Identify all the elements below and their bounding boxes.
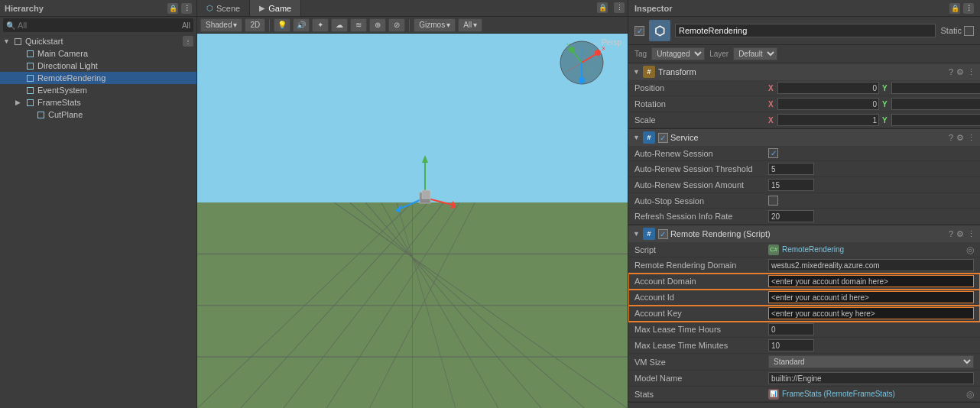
- rot-y-label: Y: [882, 100, 890, 108]
- stats-circle-icon[interactable]: ◎: [966, 389, 974, 400]
- gameobject-header: ⬡ Static: [628, 17, 980, 45]
- service-help-icon[interactable]: ?: [949, 133, 953, 142]
- transform-actions: ? ⚙ ⋮: [949, 67, 975, 77]
- rr-enable-checkbox[interactable]: [658, 229, 668, 239]
- model-name-input[interactable]: [768, 372, 974, 384]
- sound-icon-btn[interactable]: 🔊: [293, 18, 310, 32]
- hierarchy-item-directional-light[interactable]: ▶ Directional Light: [0, 60, 196, 72]
- remote-rendering-component: ▼ # Remote Rendering (Script) ? ⚙ ⋮ Scri…: [628, 225, 980, 403]
- transform-gizmo-svg: [394, 152, 456, 228]
- vm-size-select[interactable]: Standard Premium: [768, 355, 974, 368]
- auto-renew-threshold-input[interactable]: [768, 163, 814, 175]
- rr-more-icon[interactable]: ⋮: [967, 229, 975, 239]
- scene-lock-icon[interactable]: 🔒: [597, 2, 608, 13]
- refresh-rate-label: Refresh Session Info Rate: [634, 212, 768, 221]
- transform-help-icon[interactable]: ?: [949, 67, 953, 76]
- rotation-label: Rotation: [634, 99, 768, 108]
- rr-icon: #: [643, 228, 655, 240]
- account-id-input[interactable]: [768, 291, 974, 303]
- transform-component-header[interactable]: ▼ # Transform ? ⚙ ⋮: [628, 63, 980, 80]
- hierarchy-item-main-camera[interactable]: ▶ Main Camera: [0, 47, 196, 60]
- item-expand-arrow-icon: ▶: [15, 99, 24, 106]
- scene-more-icon[interactable]: ⋮: [614, 2, 625, 13]
- inspector-more-icon[interactable]: ⋮: [963, 3, 974, 14]
- scene-tab-scene[interactable]: ⬡ Scene: [197, 0, 250, 16]
- vm-size-label: VM Size: [634, 358, 768, 367]
- rr-settings-icon[interactable]: ⚙: [956, 229, 964, 239]
- rr-domain-input[interactable]: [768, 259, 974, 271]
- transform-more-icon[interactable]: ⋮: [967, 67, 975, 77]
- hierarchy-item-label: RemoteRendering: [37, 73, 105, 83]
- account-domain-row: Account Domain: [628, 274, 980, 290]
- transform-settings-icon[interactable]: ⚙: [956, 67, 964, 77]
- position-x-input[interactable]: [777, 82, 879, 94]
- hierarchy-item-label: EventSystem: [37, 86, 87, 95]
- svg-text:Z: Z: [579, 79, 582, 86]
- scene-viewport[interactable]: X Y Z ← Persp: [197, 34, 628, 408]
- skybox-icon-btn[interactable]: ☁: [331, 18, 348, 32]
- stats-row: Stats 📊 FrameStats (RemoteFrameStats) ◎: [628, 387, 980, 402]
- go-static-checkbox[interactable]: [964, 26, 974, 36]
- mode-2d-label: 2D: [250, 21, 260, 29]
- nav-icon-btn[interactable]: ⊘: [388, 18, 405, 32]
- account-domain-input[interactable]: [768, 275, 974, 287]
- rr-component-header[interactable]: ▼ # Remote Rendering (Script) ? ⚙ ⋮: [628, 225, 980, 242]
- hierarchy-item-framestats[interactable]: ▶ FrameStats: [0, 96, 196, 108]
- hierarchy-item-eventsystem[interactable]: ▶ EventSystem: [0, 84, 196, 96]
- service-settings-icon[interactable]: ⚙: [956, 133, 964, 143]
- toolbar-sep2: [409, 19, 410, 31]
- hierarchy-more-icon[interactable]: ⋮: [181, 3, 192, 14]
- auto-renew-session-checkbox[interactable]: [768, 148, 778, 158]
- auto-renew-session-row: Auto-Renew Session: [628, 146, 980, 161]
- pos-x-label: X: [768, 84, 776, 92]
- script-circle-icon[interactable]: ◎: [966, 244, 974, 255]
- account-key-input[interactable]: [768, 307, 974, 319]
- rr-help-icon[interactable]: ?: [949, 229, 953, 238]
- layer-select[interactable]: Default: [733, 47, 777, 60]
- anim-icon-btn[interactable]: ⊕: [369, 18, 386, 32]
- all-label: All: [463, 21, 472, 29]
- hierarchy-item-cutplane[interactable]: ▶ CutPlane: [0, 108, 196, 121]
- max-lease-hours-input[interactable]: [768, 323, 814, 335]
- hierarchy-item-remote-rendering[interactable]: ▶ RemoteRendering: [0, 72, 196, 84]
- go-name-input[interactable]: [675, 24, 936, 37]
- refresh-rate-input[interactable]: [768, 210, 814, 222]
- tag-select[interactable]: Untagged: [651, 47, 705, 60]
- stats-name: FrameStats (RemoteFrameStats): [782, 390, 895, 398]
- max-lease-minutes-input[interactable]: [768, 339, 814, 351]
- hierarchy-item-label: FrameStats: [37, 98, 81, 107]
- light-icon-btn[interactable]: 💡: [274, 18, 290, 32]
- script-ref: C# RemoteRendering: [768, 244, 963, 255]
- scene-tab-game[interactable]: ▶ Game: [250, 0, 301, 16]
- service-actions: ? ⚙ ⋮: [949, 133, 975, 143]
- root-item-label: Quickstart: [25, 37, 63, 46]
- service-more-icon[interactable]: ⋮: [967, 133, 975, 143]
- inspector-lock-icon[interactable]: 🔒: [949, 3, 960, 14]
- rotation-x-input[interactable]: [777, 98, 879, 110]
- auto-renew-session-label: Auto-Renew Session: [634, 149, 768, 158]
- hierarchy-search-input[interactable]: [18, 21, 180, 30]
- scale-label: Scale: [634, 115, 768, 125]
- item-obj-icon: [24, 73, 35, 83]
- rotation-y-input[interactable]: [891, 98, 980, 110]
- auto-stop-session-checkbox[interactable]: [768, 196, 778, 206]
- position-y-input[interactable]: [891, 82, 980, 94]
- account-key-row: Account Key: [628, 306, 980, 322]
- auto-renew-amount-input[interactable]: [768, 179, 814, 191]
- service-enable-checkbox[interactable]: [658, 133, 668, 143]
- all-btn[interactable]: All ▾: [458, 18, 482, 32]
- fog-icon-btn[interactable]: ≋: [350, 18, 367, 32]
- hierarchy-item-label: CutPlane: [48, 110, 83, 119]
- root-more-icon[interactable]: ⋮: [183, 36, 193, 47]
- static-label-text: Static: [940, 26, 962, 35]
- hierarchy-root-item[interactable]: ▼ Quickstart ⋮: [0, 35, 196, 47]
- scale-y-input[interactable]: [891, 114, 980, 126]
- go-active-checkbox[interactable]: [634, 26, 644, 36]
- scale-x-input[interactable]: [777, 114, 879, 126]
- fx-icon-btn[interactable]: ✦: [312, 18, 329, 32]
- gizmos-btn[interactable]: Gizmos ▾: [414, 18, 456, 32]
- service-component-header[interactable]: ▼ # Service ? ⚙ ⋮: [628, 129, 980, 146]
- hierarchy-lock-icon[interactable]: 🔒: [167, 3, 178, 14]
- mode-2d-btn[interactable]: 2D: [245, 18, 265, 32]
- shading-dropdown[interactable]: Shaded ▾: [200, 18, 242, 32]
